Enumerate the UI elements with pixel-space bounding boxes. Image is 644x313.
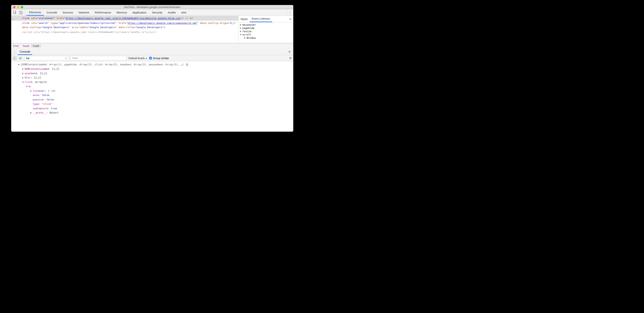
expand-icon — [30, 112, 32, 114]
drawer-tab-console[interactable]: Console — [18, 48, 32, 55]
close-drawer-icon[interactable]: ✕ — [286, 50, 293, 54]
dom-tree[interactable]: <link rel="stylesheet" href="https://dev… — [11, 16, 238, 43]
console-property-row[interactable]: DOMContentLoaded: [{…}] — [13, 67, 293, 71]
console-settings-icon[interactable]: ⚙ — [289, 56, 292, 60]
expand-icon — [30, 90, 32, 92]
console-property-row[interactable]: listener: ƒ (d) — [13, 89, 293, 93]
dom-node-partial[interactable]: <script src="https://developers.google.c… — [11, 30, 238, 33]
dom-node-selected[interactable]: <link rel="stylesheet" href="https://dev… — [11, 16, 238, 21]
toolbar-right — [286, 9, 293, 15]
console-property-row[interactable]: type: "click" — [13, 102, 293, 106]
console-drawer-header: Console ✕ — [11, 48, 293, 55]
expand-icon — [240, 30, 241, 32]
expand-icon — [22, 68, 24, 70]
listener-row-mouseover[interactable]: mouseover — [238, 23, 293, 26]
tab-application[interactable]: Application — [130, 9, 149, 15]
console-property-row[interactable]: useCapture: true — [13, 106, 293, 111]
drawer-menu-icon[interactable] — [11, 50, 18, 54]
collapse-icon — [240, 34, 242, 35]
expand-icon — [240, 27, 241, 29]
expand-icon — [244, 37, 246, 39]
console-property-row[interactable]: __proto__: Object — [13, 111, 293, 115]
clear-console-icon[interactable] — [18, 56, 22, 60]
tab-elements[interactable]: Elements — [26, 9, 44, 15]
console-object-summary[interactable]: {DOMContentLoaded: Array(1), pagehide: A… — [13, 62, 293, 67]
tab-network[interactable]: Network — [76, 9, 92, 15]
sidebar-tabs: Styles Event Listeners » — [238, 16, 293, 22]
console-property-row[interactable]: blur: [{…}] — [13, 75, 293, 80]
tab-axe[interactable]: aXe — [178, 9, 189, 15]
console-property-row[interactable]: once: false — [13, 93, 293, 97]
console-property-row[interactable]: 0: — [13, 84, 293, 89]
breadcrumb-head[interactable]: head — [21, 44, 31, 47]
toggle-sidebar-icon[interactable] — [13, 56, 16, 60]
info-badge-icon[interactable]: i — [186, 63, 188, 66]
tab-sources[interactable]: Sources — [60, 9, 76, 15]
tab-console[interactable]: Console — [44, 9, 60, 15]
svg-rect-2 — [21, 12, 22, 14]
titlebar: DevTools - developers.google.com/web/sho… — [11, 5, 293, 9]
tab-security[interactable]: Security — [149, 9, 165, 15]
execution-context-select[interactable]: top — [24, 56, 69, 60]
console-property-row[interactable]: click: Array(3) — [13, 80, 293, 84]
expand-icon — [240, 24, 241, 26]
console-property-row[interactable]: passive: false — [13, 97, 293, 102]
dom-node[interactable]: <link rel="search" type="application/ope… — [11, 21, 238, 30]
sidebar-tab-styles[interactable]: Styles — [238, 16, 250, 22]
console-output[interactable]: ‹ {DOMContentLoaded: Array(1), pagehide:… — [11, 61, 293, 132]
log-levels-select[interactable]: Default levels — [128, 57, 147, 60]
devtools-window: DevTools - developers.google.com/web/sho… — [11, 5, 293, 132]
console-property-row[interactable]: ajaxSend: [{…}] — [13, 71, 293, 76]
breadcrumb-link[interactable]: link — [31, 44, 41, 47]
expand-icon — [22, 72, 24, 74]
output-indicator-icon: ‹ — [13, 62, 14, 67]
toolbar-left — [11, 9, 25, 15]
listener-row-scroll[interactable]: scroll — [238, 33, 293, 36]
breadcrumb-html[interactable]: html — [11, 44, 21, 47]
device-toolbar-icon[interactable] — [19, 11, 23, 14]
expand-icon — [22, 77, 24, 79]
console-toolbar: top Filter Default levels Group similar … — [11, 55, 293, 61]
chevron-down-icon — [65, 57, 67, 59]
event-listeners-list: mouseover pagehide resize scroll Window — [238, 22, 293, 40]
inspect-element-icon[interactable] — [13, 11, 16, 14]
group-similar-input[interactable] — [149, 57, 152, 59]
collapse-icon — [18, 64, 20, 65]
console-filter-input[interactable]: Filter — [70, 56, 126, 60]
tab-performance[interactable]: Performance — [92, 9, 114, 15]
styles-sidebar: Styles Event Listeners » mouseover pageh… — [238, 16, 293, 43]
panel-tabs: Elements Console Sources Network Perform… — [25, 9, 189, 15]
sidebar-more-tabs-icon[interactable]: » — [288, 17, 293, 21]
listener-row-resize[interactable]: resize — [238, 30, 293, 33]
tab-audits[interactable]: Audits — [165, 9, 178, 15]
chevron-down-icon — [146, 57, 147, 60]
collapse-icon — [26, 86, 28, 87]
collapse-icon — [22, 82, 24, 83]
sidebar-tab-event-listeners[interactable]: Event Listeners — [250, 16, 272, 22]
group-similar-checkbox[interactable]: Group similar — [149, 57, 169, 60]
listener-target-window[interactable]: Window — [238, 36, 293, 39]
elements-panel: <link rel="stylesheet" href="https://dev… — [11, 16, 293, 43]
tab-memory[interactable]: Memory — [114, 9, 130, 15]
main-menu-icon[interactable] — [288, 12, 292, 13]
listener-row-pagehide[interactable]: pagehide — [238, 26, 293, 30]
breadcrumb: html head link — [11, 43, 293, 48]
window-title: DevTools - developers.google.com/web/sho… — [11, 5, 293, 8]
context-value: top — [26, 57, 30, 59]
console-drawer: Console ✕ top Filter Default levels Grou… — [11, 48, 293, 132]
main-toolbar: Elements Console Sources Network Perform… — [11, 9, 293, 16]
